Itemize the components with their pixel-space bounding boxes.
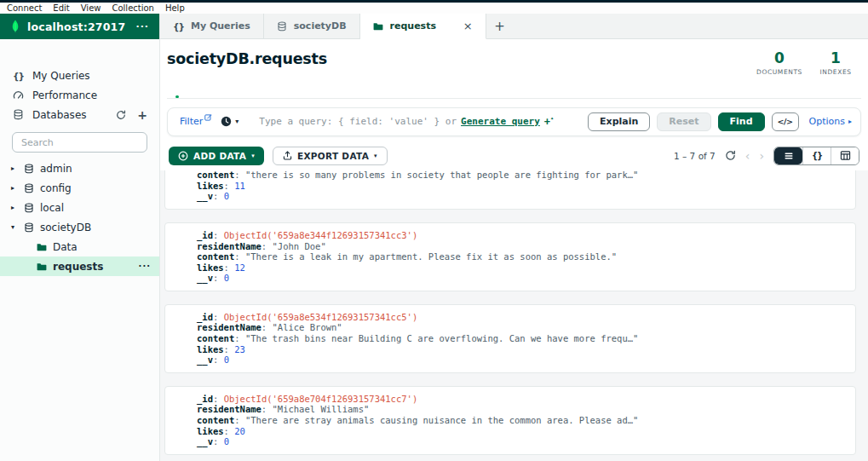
code-icon: </>: [778, 117, 793, 126]
search-input[interactable]: [12, 132, 147, 153]
next-page-icon[interactable]: ›: [759, 150, 764, 162]
collection-title: societyDB.requests: [167, 50, 327, 67]
field-separator: :: [213, 436, 224, 447]
field-key: likes: [197, 344, 224, 354]
field-value: 0: [224, 354, 229, 365]
document-card[interactable]: _id: ObjectId('659a8e704f12693157341cc7'…: [164, 386, 856, 455]
field-key: likes: [197, 426, 224, 436]
field-separator: :: [213, 273, 224, 283]
connection-menu-icon[interactable]: ···: [135, 21, 149, 32]
tree-item[interactable]: ▸ ▾: [0, 217, 159, 237]
ellipsis-menu-icon[interactable]: ···: [139, 262, 151, 271]
query-bar: Filter: [167, 107, 861, 136]
document-field: __v: 0: [197, 273, 843, 284]
sidebar-item-my-queries[interactable]: {} My Queries: [0, 66, 159, 85]
tree-item[interactable]: ▸ ▾: [0, 178, 159, 198]
chevron-right-icon[interactable]: ▸: [11, 204, 18, 211]
field-separator: :: [224, 344, 235, 354]
menu-item[interactable]: Help: [165, 3, 185, 13]
field-key: content: [197, 333, 234, 343]
table-view-button[interactable]: [831, 147, 859, 164]
add-data-button[interactable]: ADD DATA ▾: [169, 147, 264, 165]
refresh-documents-icon[interactable]: [725, 150, 736, 161]
field-value: "Alice Brown": [273, 322, 342, 332]
field-separator: :: [213, 312, 224, 322]
tree-item[interactable]: ▸ ▾: [0, 198, 159, 217]
tree-item-label: societyDB: [40, 222, 91, 233]
field-separator: :: [234, 333, 245, 343]
connection-header[interactable]: localhost:27017 ···: [0, 14, 159, 39]
tree-item[interactable]: ▸ ▾: [0, 237, 159, 256]
document-field: content: "There are stray animals causin…: [197, 415, 843, 426]
json-view-button[interactable]: {}: [802, 147, 831, 164]
close-tab-icon[interactable]: ×: [463, 20, 473, 32]
field-key: residentName: [197, 241, 262, 251]
field-separator: :: [213, 191, 224, 201]
document-field: content: "The trash bins near Building C…: [197, 333, 843, 344]
stat-block: 1 INDEXES: [812, 50, 859, 76]
create-database-icon[interactable]: +: [137, 109, 147, 121]
generate-query-link[interactable]: Generate query: [461, 116, 540, 127]
collection-tab[interactable]: [199, 86, 203, 98]
workspace-tab[interactable]: {}: [264, 14, 360, 38]
export-icon: [283, 151, 292, 160]
connection-title: localhost:27017: [27, 20, 125, 33]
document-field: likes: 12: [197, 262, 843, 274]
edit-filter-icon: [204, 113, 212, 121]
options-link[interactable]: Options ▸: [809, 116, 852, 127]
document-card[interactable]: _id: ObjectId('659a8e534f12693157341cc5'…: [164, 304, 856, 373]
menu-item[interactable]: Edit: [53, 3, 69, 13]
collection-tab[interactable]: [175, 86, 179, 98]
explain-button[interactable]: Explain: [588, 112, 650, 131]
field-value: 0: [224, 273, 229, 283]
chevron-down-icon[interactable]: ▾: [11, 223, 18, 231]
list-view-button[interactable]: [774, 147, 802, 164]
caret-right-icon: ▸: [848, 118, 852, 125]
field-value: 12: [234, 262, 245, 273]
tree-item-label: admin: [40, 163, 72, 175]
field-value: "There is a leak in my apartment. Please…: [245, 251, 617, 262]
field-key: content: [197, 251, 234, 262]
tree-item[interactable]: ▸ ▾: [0, 158, 159, 178]
sparkle-plus-icon[interactable]: +✦: [544, 116, 554, 128]
document-field: likes: 20: [197, 426, 843, 437]
sidebar-search: [12, 132, 147, 153]
collection-tab[interactable]: [223, 86, 227, 98]
menu-item[interactable]: Connect: [7, 3, 42, 13]
database-icon: [24, 183, 34, 193]
workspace-tab[interactable]: {}: [160, 14, 264, 38]
field-key: likes: [197, 262, 224, 273]
previous-page-icon[interactable]: ‹: [745, 150, 750, 162]
find-button[interactable]: Find: [718, 112, 765, 131]
tree-item[interactable]: ▸ ▾: [0, 256, 159, 276]
tree-item-label: config: [40, 182, 72, 194]
document-card[interactable]: residentName: "Dhruvi Trivedi"content: "…: [164, 170, 856, 210]
document-field: __v: 0: [197, 354, 843, 366]
stat-label: INDEXES: [812, 68, 859, 76]
filter-link[interactable]: Filter: [180, 116, 212, 127]
collection-tab[interactable]: [247, 86, 250, 98]
menu-item[interactable]: View: [81, 3, 101, 13]
menu-item[interactable]: Collection: [112, 3, 153, 13]
code-toggle-button[interactable]: </>: [772, 112, 799, 131]
document-card[interactable]: _id: ObjectId('659a8e344f12693157341cc3'…: [164, 222, 856, 291]
workspace-tab[interactable]: {}: [360, 14, 486, 39]
collection-tab[interactable]: [271, 86, 274, 98]
query-input[interactable]: Type a query: { field: 'value' } or Gene…: [259, 116, 554, 128]
reset-button[interactable]: Reset: [657, 112, 710, 131]
field-separator: :: [234, 415, 245, 425]
refresh-databases-icon[interactable]: [116, 110, 126, 120]
document-field: residentName: "Michael Williams": [197, 404, 843, 415]
query-history-button[interactable]: ▾: [221, 116, 239, 127]
new-tab-button[interactable]: +: [486, 14, 514, 38]
field-key: __v: [197, 191, 213, 201]
chevron-right-icon[interactable]: ▸: [11, 184, 18, 192]
chevron-right-icon[interactable]: ▸: [11, 164, 18, 172]
field-value: 23: [234, 344, 245, 354]
export-data-button[interactable]: EXPORT DATA ▾: [273, 147, 388, 165]
sidebar-item-databases[interactable]: Databases +: [0, 105, 159, 124]
field-key: __v: [197, 436, 213, 447]
caret-down-icon: ▾: [235, 118, 239, 125]
sidebar-item-performance[interactable]: Performance: [0, 85, 159, 105]
sidebar-nav: {} My Queries Performance: [0, 39, 159, 124]
